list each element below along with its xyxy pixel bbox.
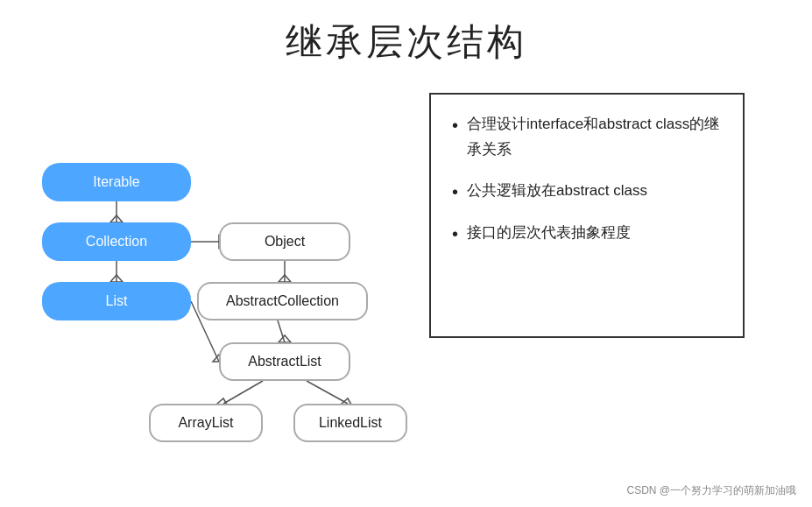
- node-iterable: Iterable: [42, 163, 191, 201]
- list-item: • 合理设计interface和abstract class的继承关系: [452, 112, 722, 163]
- diagram-area: Iterable Collection List Object Abstract…: [26, 93, 394, 443]
- bullet-text-2: 公共逻辑放在abstract class: [467, 179, 722, 204]
- node-abstract-collection: AbstractCollection: [197, 282, 368, 320]
- svg-line-12: [223, 381, 263, 404]
- bullet-dot-3: •: [452, 221, 458, 247]
- node-arraylist: ArrayList: [149, 404, 263, 442]
- bullet-dot-2: •: [452, 179, 458, 205]
- footer-text: CSDN @一个努力学习的萌新加油哦: [626, 483, 796, 498]
- svg-marker-3: [110, 275, 123, 282]
- node-object: Object: [219, 222, 350, 261]
- bullet-list: • 合理设计interface和abstract class的继承关系 • 公共…: [452, 112, 722, 247]
- list-item: • 公共逻辑放在abstract class: [452, 179, 722, 205]
- main-content: Iterable Collection List Object Abstract…: [0, 67, 812, 452]
- diagram-svg: [26, 93, 394, 443]
- bullet-text-3: 接口的层次代表抽象程度: [467, 221, 722, 246]
- svg-marker-1: [110, 215, 123, 222]
- bullet-text-1: 合理设计interface和abstract class的继承关系: [467, 112, 722, 163]
- svg-line-14: [307, 381, 348, 404]
- bullet-dot-1: •: [452, 112, 458, 138]
- node-linkedlist: LinkedList: [293, 404, 407, 442]
- page-title: 继承层次结构: [0, 0, 812, 67]
- node-abstract-list: AbstractList: [219, 342, 350, 381]
- svg-line-6: [278, 320, 285, 342]
- list-item: • 接口的层次代表抽象程度: [452, 221, 722, 247]
- svg-marker-9: [279, 275, 291, 282]
- node-collection: Collection: [42, 222, 191, 261]
- bullet-box: • 合理设计interface和abstract class的继承关系 • 公共…: [429, 93, 745, 338]
- svg-marker-7: [279, 335, 291, 342]
- node-list: List: [42, 282, 191, 320]
